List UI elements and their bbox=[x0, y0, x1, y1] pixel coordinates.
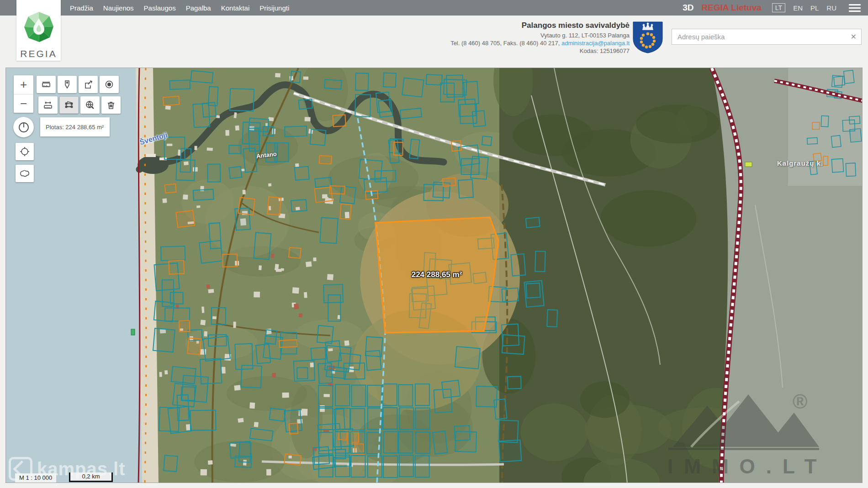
map-graphics bbox=[6, 68, 863, 483]
main-menu: Pradžia Naujienos Paslaugos Pagalba Kont… bbox=[70, 0, 289, 16]
view-3d-button[interactable]: 3D bbox=[683, 3, 693, 13]
menu-icon[interactable] bbox=[849, 4, 861, 12]
municipality-name: Palangos miesto savivaldybė bbox=[402, 21, 630, 30]
top-navbar: Pradžia Naujienos Paslaugos Pagalba Kont… bbox=[0, 0, 868, 16]
lang-pl[interactable]: PL bbox=[810, 4, 819, 12]
regia-logo-icon bbox=[22, 11, 55, 45]
locate-me-button[interactable] bbox=[16, 143, 34, 160]
regia-map-page: Pradžia Naujienos Paslaugos Pagalba Kont… bbox=[0, 0, 868, 488]
regia-lietuva-link[interactable]: REGIA Lietuva bbox=[702, 3, 762, 13]
measure-area-button[interactable] bbox=[59, 96, 79, 114]
selected-parcel[interactable] bbox=[376, 217, 498, 333]
address-search: ✕ bbox=[672, 29, 862, 45]
nav-paslaugos[interactable]: Paslaugos bbox=[144, 4, 176, 12]
municipality-address: Vytauto g. 112, LT-00153 Palanga bbox=[402, 31, 630, 39]
share-tool-button[interactable] bbox=[79, 76, 98, 93]
measure-distance-button[interactable] bbox=[38, 96, 58, 114]
zoom-out-button[interactable]: − bbox=[14, 94, 33, 113]
zoom-panel: + − bbox=[14, 75, 33, 113]
measure-tool-button[interactable] bbox=[37, 76, 56, 93]
municipality-email-link[interactable]: administracija@palanga.lt bbox=[561, 40, 630, 47]
map-scale-bar: 0,2 km bbox=[69, 472, 113, 482]
toolbar-row-1 bbox=[37, 76, 119, 93]
nav-pagalba[interactable]: Pagalba bbox=[186, 4, 211, 12]
nav-pradzia[interactable]: Pradžia bbox=[70, 4, 93, 12]
nav-naujienos[interactable]: Naujienos bbox=[103, 4, 134, 12]
lithuania-extent-button[interactable] bbox=[16, 165, 34, 182]
address-search-input[interactable] bbox=[672, 29, 846, 44]
lang-ru[interactable]: RU bbox=[826, 4, 836, 12]
area-measurement-tooltip: Plotas: 224 288,65 m² bbox=[40, 117, 110, 136]
globe-select-button[interactable] bbox=[80, 96, 100, 114]
lang-en[interactable]: EN bbox=[793, 4, 803, 12]
contacts-text: Tel. (8 460) 48 705, Faks. (8 460) 40 21… bbox=[450, 40, 561, 47]
search-clear-icon[interactable]: ✕ bbox=[851, 32, 857, 41]
lang-lt[interactable]: LT bbox=[772, 3, 785, 12]
navbar-right: 3D REGIA Lietuva LT EN PL RU bbox=[683, 0, 861, 16]
municipality-contacts: Tel. (8 460) 48 705, Faks. (8 460) 40 21… bbox=[402, 39, 630, 47]
palanga-coat-of-arms bbox=[633, 21, 663, 53]
map-scale-ratio: M 1 : 10 000 bbox=[15, 473, 56, 483]
map-canvas[interactable]: Šventoji Antano Kalgraužų k. 224 288,65 … bbox=[5, 68, 863, 483]
regia-logo-text: REGIA bbox=[16, 48, 61, 59]
delete-tool-button[interactable] bbox=[101, 96, 121, 114]
marker-tool-button[interactable] bbox=[58, 76, 77, 93]
municipality-info: Palangos miesto savivaldybė Vytauto g. 1… bbox=[402, 21, 630, 55]
toolbar-row-2 bbox=[38, 96, 121, 114]
municipality-code: Kodas: 125196077 bbox=[402, 47, 630, 55]
nav-kontaktai[interactable]: Kontaktai bbox=[221, 4, 250, 12]
record-point-button[interactable] bbox=[100, 76, 119, 93]
compass-reset-button[interactable] bbox=[13, 117, 34, 137]
nav-prisijungti[interactable]: Prisijungti bbox=[259, 4, 289, 12]
regia-logo[interactable]: REGIA bbox=[16, 0, 61, 61]
zoom-in-button[interactable]: + bbox=[14, 75, 33, 94]
